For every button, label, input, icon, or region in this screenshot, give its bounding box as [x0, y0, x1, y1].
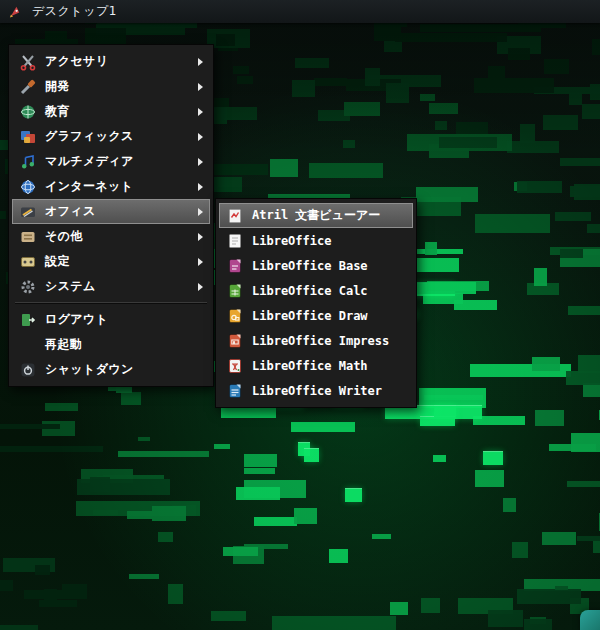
submenu-arrow-icon [198, 258, 203, 266]
submenu-item-label: LibreOffice Math [252, 359, 406, 373]
submenu-arrow-icon [198, 108, 203, 116]
wallpaper-block [542, 532, 576, 545]
wallpaper-block [532, 357, 560, 371]
menu-item-icon-spacer [19, 336, 37, 354]
menu-item-shutdown[interactable]: シャットダウン [12, 357, 210, 382]
wallpaper-block [488, 66, 505, 84]
menu-item-internet[interactable]: インターネット [12, 174, 210, 199]
wallpaper-block [590, 84, 600, 100]
submenu-item-libreoffice-math[interactable]: LibreOffice Math [219, 353, 413, 378]
education-icon [19, 103, 37, 121]
menu-item-education[interactable]: 教育 [12, 99, 210, 124]
wallpaper-block [570, 186, 600, 197]
menu-item-label: 教育 [45, 103, 190, 120]
menu-item-settings[interactable]: 設定 [12, 249, 210, 274]
wallpaper-block [93, 510, 118, 515]
wallpaper-block [420, 24, 541, 32]
wallpaper-block [343, 140, 355, 148]
wallpaper-block [544, 59, 569, 74]
submenu-item-libreoffice-calc[interactable]: LibreOffice Calc [219, 278, 413, 303]
wallpaper-block [291, 422, 355, 432]
wallpaper-block [39, 600, 77, 607]
menu-item-system[interactable]: システム [12, 274, 210, 299]
wallpaper-block [365, 68, 380, 86]
wallpaper-block [237, 76, 253, 84]
menu-item-label: 開発 [45, 78, 190, 95]
wallpaper-block [0, 580, 13, 591]
office-submenu: Atril 文書ビューアー LibreOffice LibreOffice Ba… [215, 198, 417, 408]
submenu-item-libreoffice[interactable]: LibreOffice [219, 228, 413, 253]
internet-icon [19, 178, 37, 196]
wallpaper-block [344, 102, 380, 116]
menu-separator [15, 302, 207, 304]
menu-item-multimedia[interactable]: マルチメディア [12, 149, 210, 174]
submenu-item-libreoffice-writer[interactable]: LibreOffice Writer [219, 378, 413, 403]
multimedia-icon [19, 153, 37, 171]
submenu-arrow-icon [198, 283, 203, 291]
wallpaper-block [456, 122, 488, 134]
submenu-item-label: Atril 文書ビューアー [252, 207, 406, 224]
wallpaper-block [121, 392, 141, 405]
wallpaper-block [254, 517, 297, 526]
wallpaper-block [560, 158, 600, 166]
libreoffice-icon [226, 232, 244, 250]
menu-item-label: グラフィックス [45, 128, 190, 145]
menu-item-label: その他 [45, 228, 190, 245]
submenu-item-label: LibreOffice Draw [252, 309, 406, 323]
submenu-arrow-icon [198, 183, 203, 191]
submenu-arrow-icon [198, 208, 203, 216]
graphics-icon [19, 128, 37, 146]
wallpaper-block [517, 589, 581, 604]
applications-menu: アクセサリ 開発 教育 グラフィックス マルチメディア インターネット [8, 44, 214, 387]
submenu-arrow-icon [198, 233, 203, 241]
taskbar[interactable]: デスクトップ1 [0, 0, 600, 23]
wallpaper-block [413, 258, 459, 272]
menu-item-development[interactable]: 開発 [12, 74, 210, 99]
wallpaper-block [372, 534, 391, 539]
wallpaper-block [236, 487, 280, 500]
menu-item-label: 設定 [45, 253, 190, 270]
wallpaper-block [475, 214, 550, 233]
desktop-pager-label[interactable]: デスクトップ1 [32, 3, 117, 20]
logout-icon [19, 311, 37, 329]
menu-item-label: マルチメディア [45, 153, 190, 170]
wallpaper-block [569, 93, 582, 105]
libreoffice-impress-icon [226, 332, 244, 350]
wallpaper-block [543, 115, 578, 130]
wallpaper-block [512, 542, 528, 558]
submenu-item-atril[interactable]: Atril 文書ビューアー [219, 203, 413, 228]
menu-item-others[interactable]: その他 [12, 224, 210, 249]
wallpaper-block [549, 444, 596, 451]
accessories-icon [19, 53, 37, 71]
submenu-arrow-icon [198, 58, 203, 66]
wallpaper-block [0, 211, 6, 219]
menu-item-graphics[interactable]: グラフィックス [12, 124, 210, 149]
submenu-item-libreoffice-impress[interactable]: LibreOffice Impress [219, 328, 413, 353]
desktop-corner-icon[interactable] [580, 610, 600, 630]
wallpaper-block [534, 268, 547, 286]
menu-item-logout[interactable]: ログアウト [12, 307, 210, 332]
wallpaper-block [304, 448, 319, 462]
submenu-item-label: LibreOffice [252, 234, 406, 248]
wallpaper-block [0, 446, 103, 452]
menu-item-accessories[interactable]: アクセサリ [12, 49, 210, 74]
wallpaper-block [520, 124, 535, 143]
submenu-item-libreoffice-base[interactable]: LibreOffice Base [219, 253, 413, 278]
submenu-arrow-icon [198, 158, 203, 166]
wallpaper-block [517, 181, 562, 193]
menu-item-label: 再起動 [45, 336, 203, 353]
wallpaper-block [390, 602, 408, 615]
wallpaper-block [593, 541, 600, 553]
wallpaper-block [568, 306, 600, 315]
wallpaper-block [566, 371, 600, 385]
wallpaper-block [429, 103, 458, 114]
menu-item-restart[interactable]: 再起動 [12, 332, 210, 357]
menu-item-office[interactable]: オフィス [12, 199, 210, 224]
menu-item-label: インターネット [45, 178, 190, 195]
atril-icon [226, 207, 244, 225]
submenu-item-libreoffice-draw[interactable]: LibreOffice Draw [219, 303, 413, 328]
wallpaper-block [244, 468, 275, 474]
wallpaper-block [127, 511, 152, 519]
menu-item-label: オフィス [45, 203, 190, 220]
wallpaper-block [214, 444, 230, 449]
